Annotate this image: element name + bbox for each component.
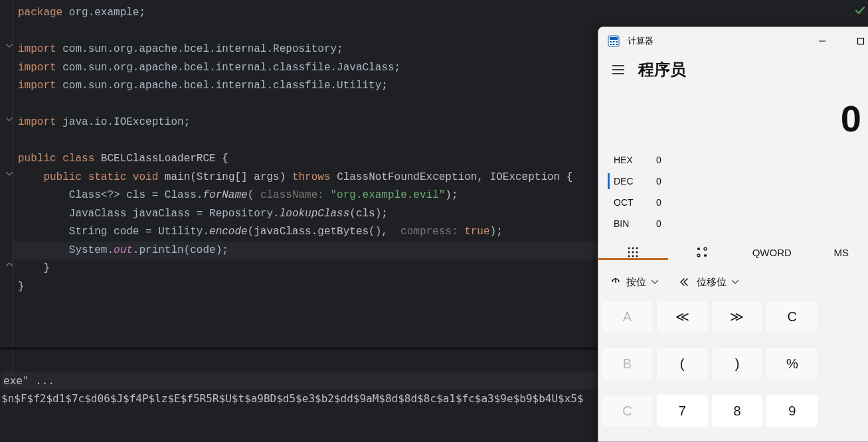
svg-point-17 [632, 252, 634, 254]
keypad-mode-icon[interactable] [598, 246, 668, 260]
calculator-mode: 程序员 [638, 59, 686, 80]
word-size-button[interactable]: QWORD [737, 247, 807, 260]
svg-point-14 [632, 248, 634, 250]
bitshift-dropdown[interactable]: 位移位 [679, 276, 738, 289]
svg-point-20 [632, 256, 634, 258]
base-list: HEX0 DEC0 OCT0 BIN0 [598, 152, 868, 238]
svg-point-13 [628, 248, 630, 250]
base-dec[interactable]: DEC0 [608, 173, 867, 189]
svg-point-19 [628, 256, 630, 258]
analysis-ok-icon[interactable] [855, 5, 865, 19]
minimize-button[interactable] [807, 27, 837, 55]
bitshift-icon [679, 277, 691, 287]
svg-point-22 [697, 248, 700, 250]
fold-icon[interactable] [6, 44, 11, 49]
svg-rect-4 [616, 41, 618, 42]
calc-key[interactable]: ≫ [711, 300, 764, 333]
svg-point-15 [636, 248, 638, 250]
svg-rect-6 [613, 44, 615, 45]
calculator-window[interactable]: 计算器 程序员 0 HEX0 DEC0 OCT0 BIN0 QWORD MS 按… [598, 27, 868, 442]
fold-icon[interactable] [6, 172, 11, 177]
operator-row: 按位 位移位 [598, 267, 868, 297]
hamburger-icon[interactable] [612, 63, 625, 76]
chevron-down-icon [651, 280, 658, 284]
svg-point-24 [697, 254, 700, 257]
calc-key[interactable]: 8 [711, 394, 764, 427]
calculator-header: 程序员 [598, 55, 868, 80]
calc-key[interactable]: A [601, 300, 653, 333]
fold-icon[interactable] [6, 263, 11, 268]
svg-point-16 [628, 252, 630, 254]
bitwise-icon [610, 277, 621, 287]
memory-row: QWORD MS [598, 238, 868, 267]
calculator-titlebar[interactable]: 计算器 [598, 27, 868, 55]
calculator-title: 计算器 [628, 35, 653, 47]
svg-rect-7 [616, 44, 618, 45]
calc-key[interactable]: C [766, 300, 818, 333]
bitwise-dropdown[interactable]: 按位 [610, 276, 658, 289]
calc-key[interactable]: % [766, 347, 818, 380]
calc-key[interactable]: C [601, 394, 653, 427]
memory-store-button[interactable]: MS [807, 247, 869, 260]
base-bin[interactable]: BIN0 [608, 216, 867, 232]
keypad: A≪≫CB()%C789 [598, 297, 868, 441]
svg-rect-1 [610, 37, 618, 40]
display-value: 0 [841, 97, 861, 140]
svg-rect-9 [858, 38, 864, 44]
calc-key[interactable]: 7 [656, 394, 709, 427]
base-oct[interactable]: OCT0 [608, 194, 867, 210]
svg-rect-2 [610, 41, 612, 42]
svg-point-23 [704, 248, 707, 250]
svg-rect-3 [613, 41, 615, 42]
svg-rect-5 [610, 44, 612, 45]
base-hex[interactable]: HEX0 [608, 152, 867, 168]
calculator-display: 0 [598, 80, 868, 152]
calc-key[interactable]: ( [656, 347, 709, 380]
svg-point-21 [636, 256, 638, 258]
svg-point-18 [636, 252, 638, 254]
calc-key[interactable]: B [601, 347, 653, 380]
fold-icon[interactable] [6, 117, 11, 123]
bit-toggle-mode-icon[interactable] [668, 246, 738, 260]
calc-key[interactable]: ) [711, 347, 764, 380]
svg-point-25 [704, 254, 707, 257]
calc-key[interactable]: ≪ [656, 300, 709, 333]
editor-gutter [0, 0, 13, 372]
chevron-down-icon [732, 280, 738, 284]
calc-key[interactable]: 9 [766, 394, 818, 427]
maximize-button[interactable] [845, 27, 868, 55]
calculator-app-icon [608, 35, 620, 47]
